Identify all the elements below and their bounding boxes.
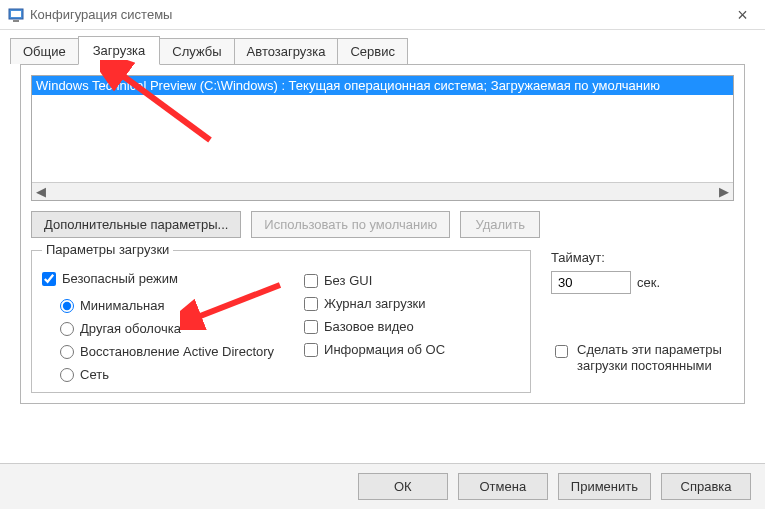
bootlog-checkbox[interactable]: Журнал загрузки [304,296,445,311]
apply-button[interactable]: Применить [558,473,651,500]
make-permanent-label: Сделать эти параметры загрузки постоянны… [577,342,734,375]
help-button[interactable]: Справка [661,473,751,500]
safeboot-dsrepair-label: Восстановление Active Directory [80,344,274,359]
safeboot-altshell-input[interactable] [60,322,74,336]
make-permanent-checkbox[interactable] [555,345,568,358]
safeboot-minimal-input[interactable] [60,299,74,313]
safeboot-minimal-radio[interactable]: Минимальная [60,298,274,313]
safeboot-network-radio[interactable]: Сеть [60,367,274,382]
horizontal-scrollbar[interactable]: ◀ ▶ [32,182,733,200]
safeboot-dsrepair-input[interactable] [60,345,74,359]
noguiboot-input[interactable] [304,274,318,288]
close-icon[interactable]: × [720,0,765,30]
basevideo-checkbox[interactable]: Базовое видео [304,319,445,334]
tab-general[interactable]: Общие [10,38,79,64]
os-list[interactable]: Windows Technical Preview (C:\Windows) :… [31,75,734,201]
advanced-options-button[interactable]: Дополнительные параметры... [31,211,241,238]
safeboot-label: Безопасный режим [62,271,178,286]
delete-button: Удалить [460,211,540,238]
app-icon [8,7,24,23]
safeboot-network-label: Сеть [80,367,109,382]
svg-rect-2 [13,20,19,22]
boot-options-legend: Параметры загрузки [42,242,173,257]
noguiboot-checkbox[interactable]: Без GUI [304,273,445,288]
tab-panel: Windows Technical Preview (C:\Windows) :… [20,64,745,404]
tab-services[interactable]: Службы [159,38,234,64]
osinfo-input[interactable] [304,343,318,357]
safeboot-altshell-label: Другая оболочка [80,321,181,336]
cancel-button[interactable]: Отмена [458,473,548,500]
set-default-button: Использовать по умолчанию [251,211,450,238]
dialog-footer: ОК Отмена Применить Справка [0,463,765,509]
tab-startup[interactable]: Автозагрузка [234,38,339,64]
bootlog-input[interactable] [304,297,318,311]
safeboot-minimal-label: Минимальная [80,298,165,313]
safeboot-dsrepair-radio[interactable]: Восстановление Active Directory [60,344,274,359]
timeout-unit: сек. [637,275,660,290]
tab-boot[interactable]: Загрузка [78,36,161,65]
osinfo-checkbox[interactable]: Информация об ОС [304,342,445,357]
tab-tools[interactable]: Сервис [337,38,408,64]
tab-bar: Общие Загрузка Службы Автозагрузка Серви… [10,36,755,64]
osinfo-label: Информация об ОС [324,342,445,357]
timeout-input[interactable] [551,271,631,294]
safeboot-checkbox[interactable]: Безопасный режим [42,271,274,286]
svg-rect-1 [11,11,21,17]
scroll-left-icon[interactable]: ◀ [32,183,50,201]
titlebar: Конфигурация системы × [0,0,765,30]
timeout-label: Таймаут: [551,250,734,265]
safeboot-checkbox-input[interactable] [42,272,56,286]
window-title: Конфигурация системы [30,7,172,22]
noguiboot-label: Без GUI [324,273,372,288]
ok-button[interactable]: ОК [358,473,448,500]
basevideo-input[interactable] [304,320,318,334]
os-list-item-selected[interactable]: Windows Technical Preview (C:\Windows) :… [32,76,733,95]
safeboot-network-input[interactable] [60,368,74,382]
bootlog-label: Журнал загрузки [324,296,425,311]
basevideo-label: Базовое видео [324,319,414,334]
safeboot-altshell-radio[interactable]: Другая оболочка [60,321,274,336]
scroll-right-icon[interactable]: ▶ [715,183,733,201]
boot-options-group: Параметры загрузки Безопасный режим Мини… [31,250,531,393]
